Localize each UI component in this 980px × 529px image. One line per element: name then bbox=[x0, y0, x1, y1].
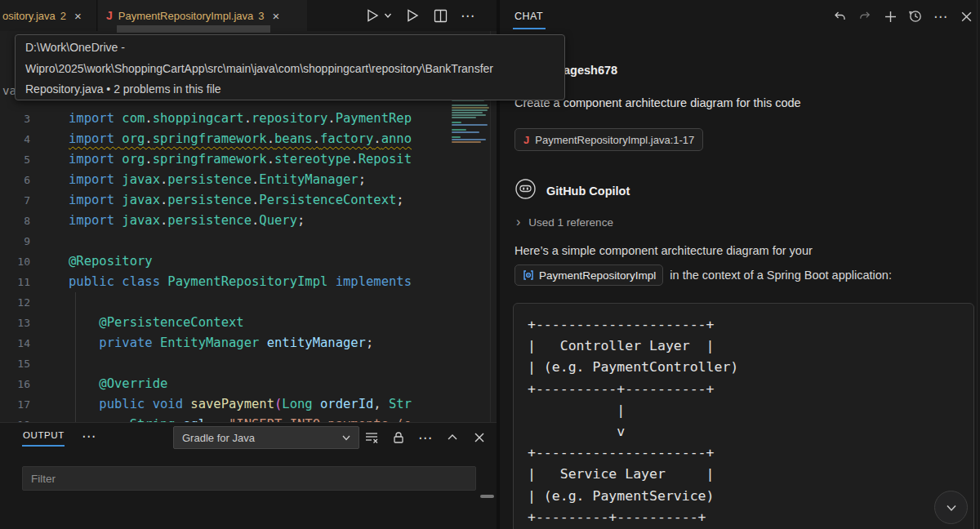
used-references-toggle[interactable]: › Used 1 reference bbox=[516, 216, 613, 229]
used-references-label: Used 1 reference bbox=[528, 216, 613, 229]
tab-repository-java[interactable]: ository.java 2 × bbox=[0, 0, 97, 31]
tab-label: ository.java bbox=[2, 10, 56, 22]
assistant-header: GitHub Copilot bbox=[514, 178, 630, 203]
new-chat-icon[interactable] bbox=[881, 7, 899, 26]
split-editor-icon[interactable] bbox=[433, 6, 448, 25]
tooltip-line: Wipro\2025\work\ShoppingCartApp\src\main… bbox=[25, 59, 555, 80]
chat-scrollbar-track[interactable] bbox=[977, 0, 978, 529]
tab-chat[interactable]: CHAT bbox=[514, 11, 543, 22]
attachment-chip[interactable]: J PaymentRepositoryImpl.java:1-17 bbox=[514, 128, 703, 151]
output-channel-select[interactable]: Gradle for Java bbox=[173, 426, 359, 449]
close-tab-icon[interactable]: × bbox=[273, 10, 280, 22]
panel-more-actions-icon[interactable]: ⋯ bbox=[416, 428, 434, 447]
chevron-down-icon bbox=[341, 433, 351, 442]
code-line[interactable]: 9 bbox=[0, 231, 500, 251]
chat-header-actions: ⋯ bbox=[831, 6, 975, 27]
minimap[interactable] bbox=[452, 100, 489, 144]
ascii-diagram-block: +---------------------+ | Controller Lay… bbox=[513, 303, 974, 529]
active-tab-underline bbox=[513, 28, 546, 29]
code-line[interactable]: 5import org.springframework.stereotype.R… bbox=[0, 149, 500, 170]
problems-badge: 2 bbox=[60, 10, 66, 22]
indent-guide bbox=[75, 292, 76, 422]
output-channel-value: Gradle for Java bbox=[182, 432, 255, 444]
java-file-icon: J bbox=[106, 9, 113, 22]
scroll-to-bottom-button[interactable] bbox=[934, 491, 968, 524]
attachment-label: PaymentRepositoryImpl.java:1-17 bbox=[535, 134, 694, 146]
chat-more-actions-icon[interactable]: ⋯ bbox=[932, 7, 950, 26]
chat-panel: CHAT ⋯ agesh678 Create a component archi… bbox=[500, 0, 980, 529]
code-line[interactable]: 6import javax.persistence.EntityManager; bbox=[0, 170, 500, 190]
editor-actions: ⋯ bbox=[364, 0, 475, 31]
assistant-text-line1: Here’s a simple component architecture d… bbox=[514, 244, 813, 257]
code-line[interactable]: 7import javax.persistence.PersistenceCon… bbox=[0, 190, 500, 211]
assistant-text-line2: PaymentRepositoryImpl in the context of … bbox=[514, 264, 892, 286]
undo-icon[interactable] bbox=[831, 7, 849, 26]
class-symbol-icon bbox=[522, 269, 535, 282]
tooltip-line: Repository.java • 2 problems in this fil… bbox=[25, 79, 555, 100]
code-line[interactable]: 3import com.shoppingcart.repository.Paym… bbox=[0, 109, 500, 129]
output-panel: OUTPUT ⋯ Gradle for Java ⋯ bbox=[0, 422, 500, 529]
maximize-panel-icon[interactable] bbox=[443, 428, 461, 447]
clear-output-icon[interactable] bbox=[363, 428, 381, 447]
symbol-chip-label: PaymentRepositoryImpl bbox=[539, 269, 656, 282]
problems-badge: 3 bbox=[258, 10, 264, 22]
copilot-icon bbox=[514, 178, 537, 203]
panel-scrollbar-thumb[interactable] bbox=[480, 495, 494, 498]
run-java-dropdown-button[interactable] bbox=[364, 6, 392, 25]
close-tab-icon[interactable]: × bbox=[74, 10, 82, 22]
output-filter-input[interactable] bbox=[22, 466, 476, 491]
chevron-down-icon bbox=[944, 500, 959, 515]
output-panel-actions: ⋯ bbox=[363, 426, 488, 449]
lock-scroll-icon[interactable] bbox=[390, 428, 408, 447]
redo-icon[interactable] bbox=[856, 7, 874, 26]
close-panel-icon[interactable] bbox=[470, 428, 488, 447]
ascii-diagram: +---------------------+ | Controller Lay… bbox=[528, 314, 973, 528]
tooltip-line: D:\Work\OneDrive - bbox=[25, 38, 555, 59]
assistant-name: GitHub Copilot bbox=[546, 184, 630, 198]
panel-more-tabs-icon[interactable]: ⋯ bbox=[82, 426, 96, 446]
active-tab-strip bbox=[117, 25, 270, 33]
chat-username: agesh678 bbox=[564, 64, 617, 77]
chat-history-icon[interactable] bbox=[906, 7, 924, 26]
code-line[interactable]: 4import org.springframework.beans.factor… bbox=[0, 129, 500, 149]
code-line[interactable]: 10@Repository bbox=[0, 251, 500, 272]
chevron-right-icon: › bbox=[516, 216, 520, 229]
code-line[interactable]: 8import javax.persistence.Query; bbox=[0, 211, 500, 231]
tab-hover-tooltip: D:\Work\OneDrive - Wipro\2025\work\Shopp… bbox=[15, 34, 565, 100]
assistant-text-tail: in the context of a Spring Boot applicat… bbox=[670, 269, 892, 282]
more-actions-icon[interactable]: ⋯ bbox=[461, 6, 475, 25]
active-panel-underline bbox=[22, 445, 65, 447]
vscode-window: ository.java 2 × J PaymentRepositoryImpl… bbox=[0, 0, 980, 529]
panel-tab-output[interactable]: OUTPUT bbox=[23, 430, 65, 440]
tab-label: PaymentRepositoryImpl.java bbox=[118, 10, 253, 22]
java-file-icon: J bbox=[523, 134, 529, 146]
code-line[interactable]: 11public class PaymentRepositoryImpl imp… bbox=[0, 272, 500, 292]
close-chat-icon[interactable] bbox=[957, 7, 975, 26]
symbol-chip[interactable]: PaymentRepositoryImpl bbox=[514, 264, 663, 286]
run-button[interactable] bbox=[404, 6, 421, 25]
